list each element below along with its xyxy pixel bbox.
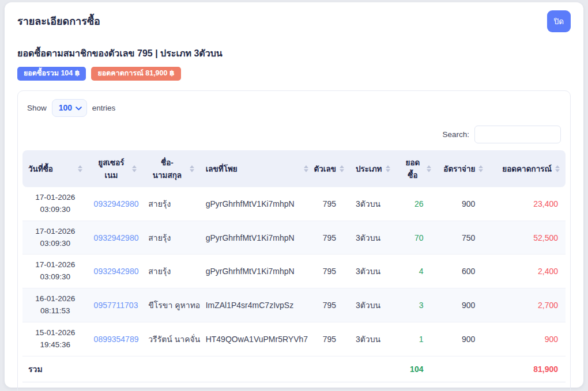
purchases-table: วันที่ซื้อ ยูสเซอร์เนม ชื่อ-นามสกุล เลขท…	[22, 150, 566, 382]
total-purchase-badge: ยอดซื้อรวม 104 ฿	[17, 67, 86, 81]
cell-amount: 3	[396, 288, 437, 322]
column-header-rate[interactable]: อัตราจ่าย	[437, 150, 489, 187]
cell-fullname: สายรุ้ง	[142, 221, 199, 255]
username-link[interactable]: 0957711703	[94, 301, 138, 310]
column-header-username[interactable]: ยูสเซอร์เนม	[88, 150, 143, 187]
page-length-select-wrap: 100	[52, 99, 87, 117]
cell-bill-no: gPyrGhrhfMtV1Ki7mhpN	[200, 255, 315, 288]
search-input[interactable]	[474, 126, 561, 143]
page-length-control: Show 100 entries	[22, 99, 566, 117]
table-row: 17-01-202603:09:30 0932942980 สายรุ้ง gP…	[22, 187, 566, 221]
cell-type: 3ตัวบน	[350, 187, 396, 221]
cell-bill-no: ImZAl1P4sr4mC7zIvpSz	[200, 288, 315, 322]
table-header: วันที่ซื้อ ยูสเซอร์เนม ชื่อ-นามสกุล เลขท…	[22, 150, 566, 187]
cell-number: 795	[314, 221, 350, 255]
username-link[interactable]: 0932942980	[94, 199, 139, 208]
column-header-forecast[interactable]: ยอดคาดการณ์	[489, 150, 566, 187]
sort-icon	[340, 165, 344, 172]
cell-purchase-date: 16-01-202608:11:53	[22, 288, 88, 322]
cell-username: 0932942980	[88, 187, 143, 221]
cell-username: 0932942980	[88, 255, 143, 288]
column-header-purchase-date[interactable]: วันที่ซื้อ	[22, 150, 88, 187]
cell-amount: 4	[396, 255, 437, 288]
column-header-type[interactable]: ประเภท	[350, 150, 396, 187]
username-link[interactable]: 0932942980	[94, 267, 139, 276]
table-row: 17-01-202603:09:30 0932942980 สายรุ้ง gP…	[22, 221, 566, 255]
cell-bill-no: gPyrGhrhfMtV1Ki7mhpN	[200, 187, 315, 221]
cell-bill-no: HT49QOwA1VuPMr5RYVh7	[200, 322, 315, 356]
cell-type: 3ตัวบน	[350, 288, 396, 322]
table-row: 15-01-202619:45:36 0899354789 วรีรัตน์ น…	[22, 322, 566, 356]
cell-rate: 900	[437, 187, 489, 221]
table-body: 17-01-202603:09:30 0932942980 สายรุ้ง gP…	[22, 187, 566, 356]
datatable-panel: Show 100 entries Search: วันที	[17, 90, 571, 391]
totals-forecast: 81,900	[489, 356, 566, 382]
totals-label: รวม	[22, 356, 396, 382]
show-label: Show	[27, 104, 47, 112]
column-header-number[interactable]: ตัวเลข	[314, 150, 350, 187]
sort-icon	[304, 165, 308, 172]
cell-forecast: 2,700	[489, 288, 566, 322]
cell-purchase-date: 15-01-202619:45:36	[22, 322, 88, 356]
cell-rate: 900	[437, 288, 489, 322]
modal-header: รายละเอียดการซื้อ ปิด	[17, 10, 571, 32]
username-link[interactable]: 0899354789	[94, 335, 139, 344]
cell-bill-no: gPyrGhrhfMtV1Ki7mhpN	[200, 221, 315, 255]
cell-type: 3ตัวบน	[350, 322, 396, 356]
entries-label: entries	[92, 104, 116, 112]
cell-forecast: 52,500	[489, 221, 566, 255]
column-header-bill-no[interactable]: เลขที่โพย	[200, 150, 315, 187]
purchase-detail-modal: รายละเอียดการซื้อ ปิด ยอดซื้อตามสมาชิกขอ…	[5, 2, 583, 388]
cell-number: 795	[314, 187, 350, 221]
cell-amount: 26	[396, 187, 437, 221]
cell-fullname: ขีโรขา คูหาทอง	[142, 288, 199, 322]
summary-heading: ยอดซื้อตามสมาชิกของตัวเลข 795 | ประเภท 3…	[17, 46, 571, 60]
cell-type: 3ตัวบน	[350, 221, 396, 255]
sort-icon	[386, 165, 390, 172]
cell-username: 0932942980	[88, 221, 143, 255]
table-footer: รวม 104 81,900	[22, 356, 566, 382]
column-header-fullname[interactable]: ชื่อ-นามสกุล	[142, 150, 199, 187]
cell-purchase-date: 17-01-202603:09:30	[22, 187, 88, 221]
search-control: Search:	[22, 126, 566, 143]
cell-number: 795	[314, 322, 350, 356]
cell-rate: 750	[437, 221, 489, 255]
cell-amount: 70	[396, 221, 437, 255]
cell-forecast: 23,400	[489, 187, 566, 221]
cell-purchase-date: 17-01-202603:09:30	[22, 255, 88, 288]
totals-amount: 104	[396, 356, 437, 382]
cell-forecast: 900	[489, 322, 566, 356]
username-link[interactable]: 0932942980	[94, 233, 139, 242]
table-row: 16-01-202608:11:53 0957711703 ขีโรขา คูห…	[22, 288, 566, 322]
forecast-badge: ยอดคาดการณ์ 81,900 ฿	[91, 67, 180, 81]
cell-fullname: สายรุ้ง	[142, 187, 199, 221]
sort-icon	[478, 165, 483, 172]
sort-icon	[190, 165, 194, 172]
chevron-down-icon	[76, 107, 82, 111]
cell-purchase-date: 17-01-202603:09:30	[22, 221, 88, 255]
cell-username: 0957711703	[88, 288, 143, 322]
column-header-amount[interactable]: ยอดซื้อ	[396, 150, 437, 187]
cell-fullname: สายรุ้ง	[142, 255, 199, 288]
sort-icon	[555, 165, 560, 172]
page-length-select[interactable]: 100	[59, 103, 73, 112]
sort-icon	[78, 165, 82, 172]
cell-number: 795	[314, 255, 350, 288]
cell-fullname: วรีรัตน์ นาคจั่น	[142, 322, 199, 356]
cell-forecast: 2,400	[489, 255, 566, 288]
cell-amount: 1	[396, 322, 437, 356]
totals-row: รวม 104 81,900	[22, 356, 566, 382]
page-title: รายละเอียดการซื้อ	[17, 10, 100, 29]
cell-username: 0899354789	[88, 322, 143, 356]
cell-number: 795	[314, 288, 350, 322]
cell-rate: 900	[437, 322, 489, 356]
search-label: Search:	[442, 130, 469, 139]
sort-icon	[427, 165, 431, 172]
sort-icon	[132, 165, 137, 172]
totals-spacer	[437, 356, 489, 382]
summary-badges: ยอดซื้อรวม 104 ฿ ยอดคาดการณ์ 81,900 ฿	[17, 67, 571, 81]
cell-rate: 600	[437, 255, 489, 288]
table-row: 17-01-202603:09:30 0932942980 สายรุ้ง gP…	[22, 255, 566, 288]
close-button[interactable]: ปิด	[547, 10, 571, 32]
cell-type: 3ตัวบน	[350, 255, 396, 288]
